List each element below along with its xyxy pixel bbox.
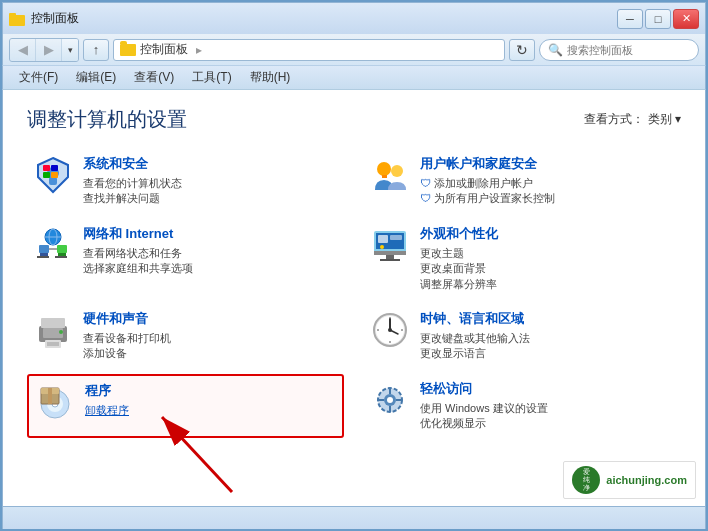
svg-rect-15 (37, 256, 49, 258)
cp-desc-network: 查看网络状态和任务选择家庭组和共享选项 (83, 246, 338, 277)
cp-item-programs[interactable]: 程序 卸载程序 (27, 374, 344, 438)
menu-help[interactable]: 帮助(H) (242, 67, 299, 88)
main-content: 调整计算机的设置 查看方式： 类别 ▾ (2, 90, 706, 507)
title-bar-left: 控制面板 (9, 10, 79, 27)
cp-desc-accessibility: 使用 Windows 建议的设置优化视频显示 (420, 401, 675, 432)
cp-desc-hardware: 查看设备和打印机添加设备 (83, 331, 338, 362)
menu-file[interactable]: 文件(F) (11, 67, 66, 88)
system-security-icon (33, 155, 73, 195)
minimize-button[interactable]: ─ (617, 9, 643, 29)
cp-title-appearance: 外观和个性化 (420, 225, 675, 243)
page-title: 调整计算机的设置 (27, 106, 187, 133)
cp-text-user-accounts: 用户帐户和家庭安全 🛡 添加或删除用户帐户 🛡 为所有用户设置家长控制 (420, 155, 675, 207)
cp-title-accessibility: 轻松访问 (420, 380, 675, 398)
cp-item-hardware[interactable]: 硬件和声音 查看设备和打印机添加设备 (27, 304, 344, 368)
svg-point-40 (388, 328, 392, 332)
cp-title-network: 网络和 Internet (83, 225, 338, 243)
svg-rect-27 (378, 235, 388, 243)
svg-rect-5 (49, 177, 57, 185)
cp-text-clock: 时钟、语言和区域 更改键盘或其他输入法更改显示语言 (420, 310, 675, 362)
address-bar: ◀ ▶ ▾ ↑ 控制面板 ▸ ↻ 🔍 (2, 34, 706, 66)
view-mode: 查看方式： 类别 ▾ (584, 111, 681, 128)
svg-rect-6 (43, 165, 50, 171)
menu-edit[interactable]: 编辑(E) (68, 67, 124, 88)
cp-title-clock: 时钟、语言和区域 (420, 310, 675, 328)
hardware-icon (33, 310, 73, 350)
title-bar: 控制面板 ─ □ ✕ (2, 2, 706, 34)
svg-rect-50 (48, 388, 52, 404)
cp-title-system-security: 系统和安全 (83, 155, 338, 173)
menu-bar: 文件(F) 编辑(E) 查看(V) 工具(T) 帮助(H) (2, 66, 706, 90)
folder-icon (120, 44, 136, 56)
search-icon: 🔍 (548, 43, 563, 57)
status-bar (2, 507, 706, 531)
svg-point-35 (59, 330, 63, 334)
svg-rect-8 (51, 165, 58, 171)
watermark-site: aichunjing.com (606, 474, 687, 486)
accessibility-icon (370, 380, 410, 420)
menu-view[interactable]: 查看(V) (126, 67, 182, 88)
svg-rect-7 (43, 172, 50, 178)
cp-desc-appearance: 更改主题更改桌面背景调整屏幕分辨率 (420, 246, 675, 292)
maximize-button[interactable]: □ (645, 9, 671, 29)
user-accounts-icon (370, 155, 410, 195)
cp-text-system-security: 系统和安全 查看您的计算机状态查找并解决问题 (83, 155, 338, 207)
forward-button[interactable]: ▶ (36, 39, 62, 61)
svg-point-11 (391, 165, 403, 177)
cp-item-accessibility[interactable]: 轻松访问 使用 Windows 建议的设置优化视频显示 (364, 374, 681, 438)
svg-rect-28 (390, 235, 402, 240)
cp-item-user-accounts[interactable]: 用户帐户和家庭安全 🛡 添加或删除用户帐户 🛡 为所有用户设置家长控制 (364, 149, 681, 213)
search-box[interactable]: 🔍 (539, 39, 699, 61)
cp-item-appearance[interactable]: 外观和个性化 更改主题更改桌面背景调整屏幕分辨率 (364, 219, 681, 298)
svg-rect-16 (57, 245, 67, 253)
svg-point-29 (380, 245, 384, 249)
cp-text-programs: 程序 卸载程序 (85, 382, 336, 418)
svg-point-54 (387, 397, 393, 403)
title-bar-buttons: ─ □ ✕ (617, 9, 699, 29)
svg-rect-34 (41, 318, 65, 328)
menu-tools[interactable]: 工具(T) (184, 67, 239, 88)
cp-title-hardware: 硬件和声音 (83, 310, 338, 328)
view-label: 查看方式： (584, 111, 644, 128)
up-button[interactable]: ↑ (83, 39, 109, 61)
nav-button-group: ◀ ▶ ▾ (9, 38, 79, 62)
cp-desc-programs: 卸载程序 (85, 403, 336, 418)
view-mode-value[interactable]: 类别 ▾ (648, 111, 681, 128)
search-input[interactable] (567, 44, 690, 56)
cp-desc-user-accounts: 🛡 添加或删除用户帐户 🛡 为所有用户设置家长控制 (420, 176, 675, 207)
cp-desc-clock: 更改键盘或其他输入法更改显示语言 (420, 331, 675, 362)
svg-rect-17 (58, 253, 66, 256)
cp-text-accessibility: 轻松访问 使用 Windows 建议的设置优化视频显示 (420, 380, 675, 432)
svg-rect-33 (47, 342, 59, 346)
cp-item-clock[interactable]: 时钟、语言和区域 更改键盘或其他输入法更改显示语言 (364, 304, 681, 368)
window: 控制面板 ─ □ ✕ ◀ ▶ ▾ ↑ 控制面板 ▸ ↻ 🔍 文件(F) 编辑(E… (0, 0, 708, 531)
svg-rect-1 (9, 13, 16, 17)
svg-rect-9 (51, 172, 58, 178)
cp-title-user-accounts: 用户帐户和家庭安全 (420, 155, 675, 173)
cp-title-programs: 程序 (85, 382, 336, 400)
svg-point-10 (377, 162, 391, 176)
svg-rect-25 (380, 259, 400, 261)
dropdown-button[interactable]: ▾ (62, 39, 78, 61)
watermark: 爱纯净 aichunjing.com (563, 461, 696, 499)
cp-item-system-security[interactable]: 系统和安全 查看您的计算机状态查找并解决问题 (27, 149, 344, 213)
address-path[interactable]: 控制面板 ▸ (113, 39, 505, 61)
cp-item-network[interactable]: 网络和 Internet 查看网络状态和任务选择家庭组和共享选项 (27, 219, 344, 298)
svg-rect-13 (39, 245, 49, 253)
svg-rect-23 (374, 251, 406, 255)
appearance-icon (370, 225, 410, 265)
address-text: 控制面板 (140, 41, 188, 58)
refresh-button[interactable]: ↻ (509, 39, 535, 61)
close-button[interactable]: ✕ (673, 9, 699, 29)
cp-desc-system-security: 查看您的计算机状态查找并解决问题 (83, 176, 338, 207)
clock-icon (370, 310, 410, 350)
svg-rect-14 (40, 253, 48, 256)
title-bar-text: 控制面板 (31, 10, 79, 27)
cp-text-appearance: 外观和个性化 更改主题更改桌面背景调整屏幕分辨率 (420, 225, 675, 292)
back-button[interactable]: ◀ (10, 39, 36, 61)
page-header: 调整计算机的设置 查看方式： 类别 ▾ (27, 106, 681, 133)
svg-rect-12 (382, 175, 387, 178)
network-icon (33, 225, 73, 265)
cp-text-network: 网络和 Internet 查看网络状态和任务选择家庭组和共享选项 (83, 225, 338, 277)
window-icon (9, 11, 25, 27)
